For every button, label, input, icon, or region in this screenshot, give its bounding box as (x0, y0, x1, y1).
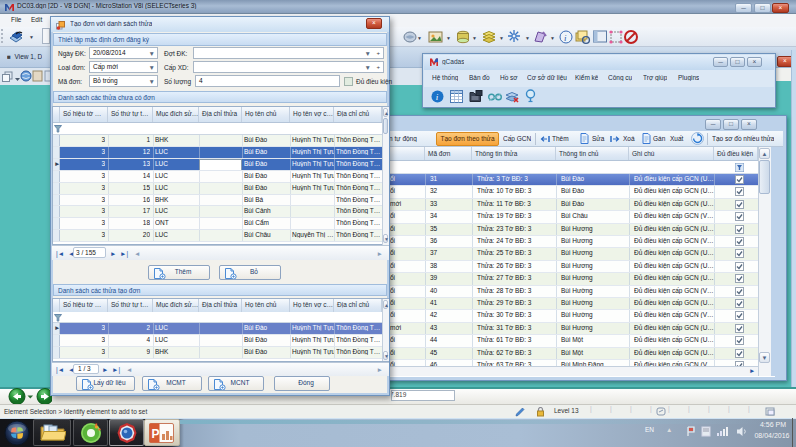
svg-text:P: P (152, 427, 160, 441)
